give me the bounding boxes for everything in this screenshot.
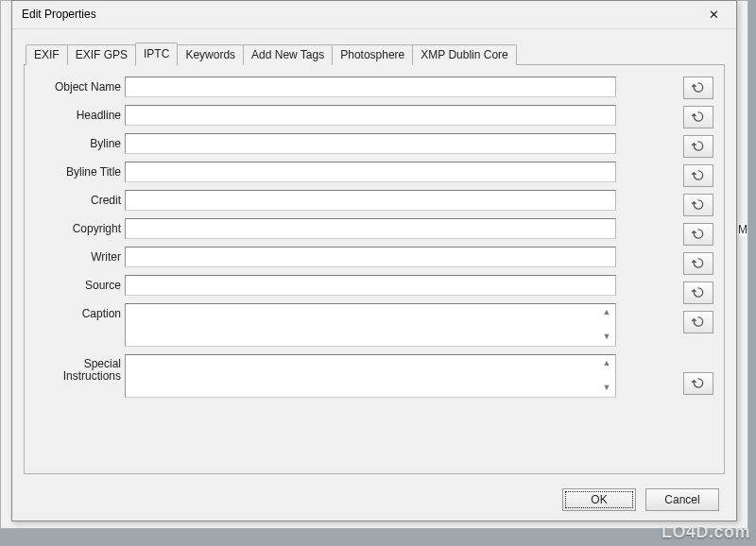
- field-row-headline: Headline: [32, 105, 628, 126]
- tab-xmp-dublin-core[interactable]: XMP Dublin Core: [412, 44, 516, 65]
- writer-label: Writer: [32, 247, 125, 264]
- field-row-object_name: Object Name: [32, 77, 628, 97]
- object_name-field-wrap: [125, 77, 616, 97]
- dialog-button-row: OK Cancel: [12, 480, 736, 520]
- copyright-field-wrap: [125, 218, 616, 239]
- undo-icon: [692, 81, 705, 94]
- window-title: Edit Properties: [22, 8, 96, 21]
- reset-button-stack: [683, 77, 716, 395]
- undo-icon: [692, 140, 705, 152]
- tab-exif-gps[interactable]: EXIF GPS: [67, 44, 136, 65]
- caption-spin-up[interactable]: ▲: [600, 306, 613, 319]
- byline_title-label: Byline Title: [32, 162, 125, 179]
- undo-icon: [692, 257, 705, 269]
- caption-label: Caption: [32, 303, 125, 320]
- reset-headline-button[interactable]: [683, 106, 713, 128]
- caption-spin-down[interactable]: ▼: [600, 331, 613, 344]
- caption-textarea-wrap: ▲▼: [125, 303, 616, 347]
- close-button[interactable]: ✕: [696, 3, 730, 26]
- copyright-input[interactable]: [125, 218, 616, 239]
- watermark-text: LO4D.com: [662, 522, 750, 542]
- edit-properties-dialog: Edit Properties ✕ EXIFEXIF GPSIPTCKeywor…: [11, 0, 737, 521]
- tab-add-new-tags[interactable]: Add New Tags: [243, 44, 333, 65]
- close-icon: ✕: [709, 8, 719, 22]
- field-row-writer: Writer: [32, 247, 628, 267]
- object_name-input[interactable]: [125, 77, 616, 97]
- tab-exif[interactable]: EXIF: [26, 44, 68, 65]
- undo-icon: [692, 377, 705, 389]
- byline-input[interactable]: [125, 133, 616, 154]
- undo-icon: [692, 169, 705, 181]
- caption-input[interactable]: [126, 304, 598, 346]
- headline-input[interactable]: [125, 105, 616, 126]
- reset-special_instructions-button[interactable]: [683, 372, 713, 395]
- field-row-special_instructions: SpecialInstructions▲▼: [32, 354, 628, 398]
- source-field-wrap: [125, 275, 616, 296]
- credit-field-wrap: [125, 190, 616, 211]
- copyright-label: Copyright: [32, 218, 125, 235]
- caption-spinner: ▲▼: [598, 304, 615, 346]
- writer-field-wrap: [125, 247, 616, 267]
- tab-photosphere[interactable]: Photosphere: [332, 44, 413, 65]
- reset-caption-button[interactable]: [683, 311, 713, 333]
- reset-byline_title-button[interactable]: [683, 164, 713, 187]
- tab-iptc[interactable]: IPTC: [135, 43, 178, 66]
- headline-field-wrap: [125, 105, 616, 126]
- field-row-credit: Credit: [32, 190, 628, 211]
- credit-label: Credit: [32, 190, 125, 207]
- reset-byline-button[interactable]: [683, 135, 713, 158]
- reset-copyright-button[interactable]: [683, 223, 713, 246]
- undo-icon: [692, 111, 705, 123]
- reset-column: [683, 77, 716, 398]
- ok-button[interactable]: OK: [562, 488, 636, 511]
- field-column: Object NameHeadlineBylineByline TitleCre…: [32, 77, 628, 398]
- writer-input[interactable]: [125, 247, 616, 267]
- credit-input[interactable]: [125, 190, 616, 211]
- special_instructions-spin-up[interactable]: ▲: [600, 357, 613, 370]
- special_instructions-textarea-wrap: ▲▼: [125, 354, 616, 398]
- titlebar: Edit Properties ✕: [12, 1, 736, 29]
- background-fragment: M: [738, 223, 747, 236]
- byline-label: Byline: [32, 133, 125, 150]
- reset-source-button[interactable]: [683, 282, 713, 304]
- byline_title-input[interactable]: [125, 162, 616, 182]
- undo-icon: [692, 198, 705, 211]
- headline-label: Headline: [32, 105, 125, 122]
- special_instructions-label: SpecialInstructions: [32, 354, 125, 384]
- field-row-copyright: Copyright: [32, 218, 628, 239]
- dialog-body: EXIFEXIF GPSIPTCKeywordsAdd New TagsPhot…: [12, 29, 736, 480]
- reset-object_name-button[interactable]: [683, 77, 713, 99]
- caption-field-wrap: ▲▼: [125, 303, 616, 347]
- field-row-byline_title: Byline Title: [32, 162, 628, 182]
- source-label: Source: [32, 275, 125, 292]
- special_instructions-input[interactable]: [126, 355, 598, 397]
- byline_title-field-wrap: [125, 162, 616, 182]
- field-row-byline: Byline: [32, 133, 628, 154]
- reset-writer-button[interactable]: [683, 252, 713, 275]
- tab-strip: EXIFEXIF GPSIPTCKeywordsAdd New TagsPhot…: [26, 41, 725, 64]
- tab-keywords[interactable]: Keywords: [177, 44, 244, 65]
- special_instructions-field-wrap: ▲▼: [125, 354, 616, 398]
- undo-icon: [692, 286, 705, 299]
- source-input[interactable]: [125, 275, 616, 296]
- undo-icon: [692, 316, 705, 328]
- special_instructions-spinner: ▲▼: [598, 355, 615, 397]
- special_instructions-spin-down[interactable]: ▼: [600, 382, 613, 395]
- undo-icon: [692, 228, 705, 240]
- field-row-caption: Caption▲▼: [32, 303, 628, 347]
- object_name-label: Object Name: [32, 77, 125, 94]
- cancel-button[interactable]: Cancel: [645, 488, 719, 511]
- iptc-panel: Object NameHeadlineBylineByline TitleCre…: [24, 64, 725, 474]
- reset-credit-button[interactable]: [683, 194, 713, 216]
- field-row-source: Source: [32, 275, 628, 296]
- byline-field-wrap: [125, 133, 616, 154]
